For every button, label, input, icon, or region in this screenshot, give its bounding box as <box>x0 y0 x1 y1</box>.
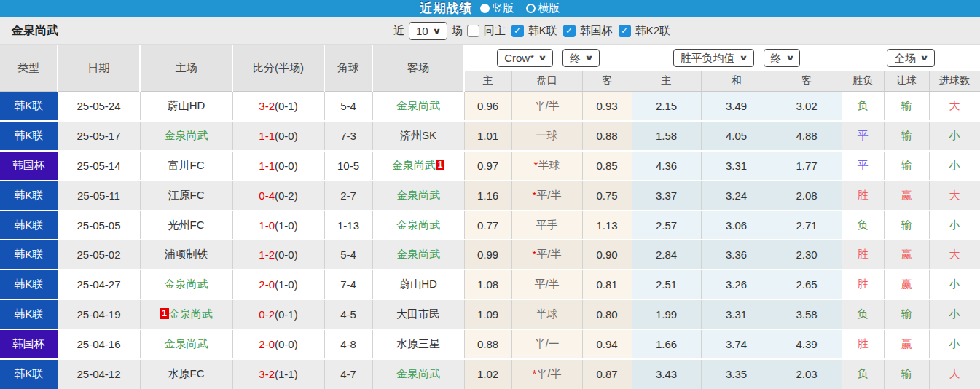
home-team-name[interactable]: 浦项制铁 <box>165 248 208 260</box>
fulltime-score: 0-4 <box>259 189 275 202</box>
odds-time-select[interactable]: 终 ∨ <box>562 49 600 67</box>
handicap-cell: *平/半 <box>511 359 582 389</box>
handicap-cell: *半球 <box>511 151 582 181</box>
scope-select[interactable]: 全场 ∨ <box>887 49 935 67</box>
handicap-cell: 半球 <box>511 299 582 329</box>
handicap-text: 半/一 <box>534 337 559 350</box>
table-row: 韩国杯 25-04-16 金泉尚武 2-0(0-0) 4-8 水原三星 0.88… <box>0 329 980 359</box>
avg-away: 2.71 <box>772 211 842 240</box>
halftime-score: (1-1) <box>275 368 298 380</box>
handicap-text: 半球 <box>536 307 558 320</box>
away-team-cell: 金泉尚武 <box>372 211 464 240</box>
odds-home: 1.01 <box>464 121 511 151</box>
rank-badge: 1 <box>436 160 445 170</box>
odds-company-select[interactable]: Crow* ∨ <box>497 49 553 67</box>
away-team-name[interactable]: 金泉尚武 <box>392 159 436 171</box>
home-team-name[interactable]: 金泉尚武 <box>165 337 208 350</box>
league-k1-checkbox[interactable] <box>511 25 524 37</box>
handicap-text: 平/半 <box>534 278 559 290</box>
home-team-name[interactable]: 水原FC <box>168 367 205 380</box>
away-team-name[interactable]: 金泉尚武 <box>396 248 440 260</box>
home-team-name[interactable]: 金泉尚武 <box>165 278 208 290</box>
odds-home: 0.88 <box>464 329 511 359</box>
odds-away: 0.93 <box>582 91 632 121</box>
wdl-time-value: 终 <box>771 51 782 65</box>
avg-away: 2.65 <box>772 270 842 299</box>
league-badge: 韩K联 <box>0 359 58 389</box>
same-home-checkbox[interactable] <box>467 25 479 37</box>
corners-cell: 5-4 <box>324 240 372 270</box>
col-header-type: 类型 <box>0 45 58 91</box>
table-row: 韩K联 25-04-12 水原FC 3-2(1-1) 4-7 金泉尚武 1.02… <box>0 359 980 389</box>
halftime-score: (1-0) <box>275 219 298 232</box>
away-team-name[interactable]: 济州SK <box>400 129 436 141</box>
col-header-home: 主场 <box>140 45 232 91</box>
odds-away: 0.88 <box>582 121 632 151</box>
result-win-loss: 负 <box>842 91 884 121</box>
avg-home: 1.66 <box>632 329 701 359</box>
away-team-cell: 水原三星 <box>372 329 464 359</box>
away-team-name[interactable]: 蔚山HD <box>399 278 437 290</box>
corners-cell: 7-3 <box>324 121 372 151</box>
near-label: 近 <box>393 24 404 38</box>
result-goals: 大 <box>929 240 980 270</box>
result-win-loss: 平 <box>842 121 884 151</box>
home-team-name[interactable]: 金泉尚武 <box>165 129 208 141</box>
match-date: 25-05-17 <box>58 121 140 151</box>
odds-home: 0.96 <box>464 91 511 121</box>
league-k2-checkbox[interactable] <box>619 25 631 37</box>
result-handicap: 输 <box>884 151 929 181</box>
radio-vertical-label: 竖版 <box>493 1 514 15</box>
fulltime-score: 3-2 <box>259 368 275 380</box>
avg-home: 2.15 <box>632 91 701 121</box>
odds-away: 0.75 <box>582 181 632 211</box>
wdl-time-select[interactable]: 终 ∨ <box>764 49 801 67</box>
radio-icon[interactable] <box>526 4 536 13</box>
result-goals: 小 <box>929 121 980 151</box>
result-goals: 小 <box>929 151 980 181</box>
away-team-name[interactable]: 水原三星 <box>396 337 440 350</box>
handicap-text: 平/半 <box>536 367 561 380</box>
corners-cell: 10-5 <box>324 151 372 181</box>
home-team-name[interactable]: 光州FC <box>168 219 205 231</box>
radio-vertical-layout[interactable]: 竖版 <box>480 1 514 15</box>
radio-icon[interactable] <box>480 4 490 13</box>
league-cup-checkbox[interactable] <box>563 25 576 37</box>
away-team-name[interactable]: 大田市民 <box>396 307 440 320</box>
home-team-cell: 蔚山HD <box>140 91 232 121</box>
avg-draw: 3.49 <box>701 91 772 121</box>
odds-away: 0.81 <box>582 270 632 299</box>
fulltime-score: 2-0 <box>259 278 275 291</box>
table-row: 韩K联 25-04-19 1金泉尚武 0-2(0-1) 4-5 大田市民 1.0… <box>0 299 980 329</box>
home-team-name[interactable]: 蔚山HD <box>168 99 205 111</box>
avg-home: 2.51 <box>632 270 701 299</box>
odds-away: 0.87 <box>582 359 632 389</box>
fulltime-score: 1-0 <box>259 219 275 232</box>
sub-header-odds-away: 客 <box>582 71 632 91</box>
handicap-text: 平手 <box>536 219 558 231</box>
league-badge: 韩K联 <box>0 299 58 329</box>
layout-radio-group: 竖版 横版 <box>480 1 560 15</box>
avg-draw: 3.26 <box>701 270 772 299</box>
away-team-name[interactable]: 金泉尚武 <box>396 219 440 231</box>
away-team-name[interactable]: 金泉尚武 <box>396 189 440 201</box>
wdl-average-select[interactable]: 胜平负均值 ∨ <box>673 49 754 67</box>
avg-home: 3.43 <box>632 359 701 389</box>
odds-home: 0.99 <box>464 240 511 270</box>
home-team-name[interactable]: 金泉尚武 <box>169 307 213 320</box>
home-team-name[interactable]: 江原FC <box>168 189 205 201</box>
games-label: 场 <box>452 24 463 38</box>
away-team-name[interactable]: 金泉尚武 <box>396 99 440 111</box>
match-count-select[interactable]: 10 ∨ <box>409 22 447 40</box>
radio-horizontal-layout[interactable]: 横版 <box>526 1 560 15</box>
handicap-cell: 平/半 <box>511 91 582 121</box>
away-team-name[interactable]: 金泉尚武 <box>396 367 440 380</box>
league-badge: 韩K联 <box>0 270 58 299</box>
col-header-corners: 角球 <box>324 45 372 91</box>
halftime-score: (0-0) <box>275 338 298 350</box>
result-handicap: 赢 <box>884 329 929 359</box>
odds-away: 0.94 <box>582 329 632 359</box>
table-row: 韩国杯 25-05-14 富川FC 1-1(0-0) 10-5 金泉尚武1 0.… <box>0 151 980 181</box>
odds-home: 0.77 <box>464 211 511 240</box>
home-team-name[interactable]: 富川FC <box>168 159 205 171</box>
